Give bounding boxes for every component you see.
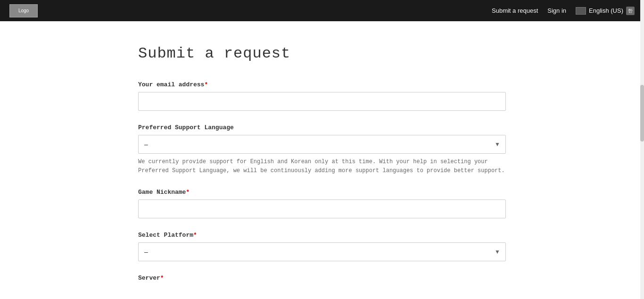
platform-select[interactable]: – PC Mobile Console [138, 242, 506, 261]
submit-request-link[interactable]: Submit a request [492, 7, 538, 14]
platform-required-star: * [193, 232, 197, 239]
email-required-star: * [204, 81, 208, 88]
email-form-group: Your email address* [138, 81, 506, 111]
main-content: Submit a request Your email address* Pre… [129, 21, 515, 299]
platform-label: Select Platform* [138, 232, 506, 239]
email-input[interactable] [138, 92, 506, 111]
scrollbar[interactable] [640, 0, 644, 299]
server-form-group: Server* [138, 274, 506, 282]
server-label: Server* [138, 274, 506, 282]
email-label: Your email address* [138, 81, 506, 88]
language-select-wrapper: – English Korean ▼ [138, 135, 506, 154]
page-title: Submit a request [138, 45, 506, 62]
nickname-input[interactable] [138, 199, 506, 218]
platform-select-wrapper: – PC Mobile Console ▼ [138, 242, 506, 261]
nickname-required-star: * [186, 189, 190, 196]
language-code-badge: 한 [626, 7, 635, 15]
language-label: Preferred Support Language [138, 124, 506, 131]
server-required-star: * [160, 274, 164, 282]
language-hint: We currently provide support for English… [138, 158, 506, 175]
language-select[interactable]: – English Korean [138, 135, 506, 154]
platform-form-group: Select Platform* – PC Mobile Console ▼ [138, 232, 506, 261]
flag-icon [576, 7, 586, 15]
scrollbar-thumb[interactable] [640, 85, 644, 141]
language-selector[interactable]: English (US) 한 [576, 7, 635, 15]
sign-in-link[interactable]: Sign in [547, 7, 566, 14]
header-right: Submit a request Sign in English (US) 한 [492, 7, 635, 15]
header-left: Logo [9, 4, 38, 17]
header: Logo Submit a request Sign in English (U… [0, 0, 644, 21]
language-label: English (US) [589, 7, 623, 14]
logo[interactable]: Logo [9, 4, 38, 17]
logo-text: Logo [18, 8, 29, 13]
nickname-form-group: Game Nickname* [138, 189, 506, 218]
nickname-label: Game Nickname* [138, 189, 506, 196]
language-form-group: Preferred Support Language – English Kor… [138, 124, 506, 175]
